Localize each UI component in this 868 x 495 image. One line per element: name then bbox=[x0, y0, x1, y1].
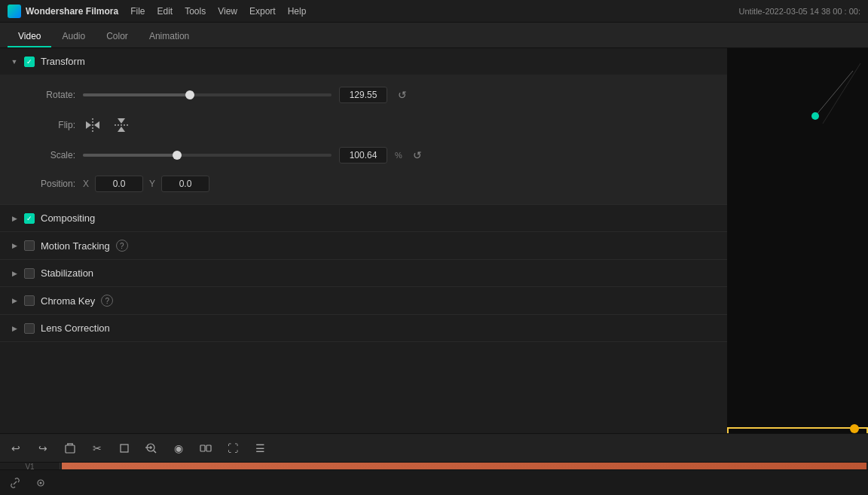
flip-horizontal-icon[interactable] bbox=[83, 115, 102, 135]
scale-slider-fill bbox=[83, 154, 177, 157]
svg-point-21 bbox=[40, 481, 42, 484]
motion-tracking-title: Motion Tracking bbox=[41, 240, 110, 252]
crop-icon[interactable] bbox=[116, 440, 133, 457]
position-label: Position: bbox=[15, 179, 75, 189]
position-row: Position: X 0.0 Y 0.0 bbox=[15, 176, 712, 192]
timeline-section: ↩ ↪ ✂ ◉ ⛶ ☰ 00:00:00:00 00:00:04:09 00:0… bbox=[0, 433, 868, 495]
lens-correction-section: Lens Correction bbox=[0, 315, 727, 342]
scale-label: Scale: bbox=[15, 150, 75, 160]
rotate-slider-thumb[interactable] bbox=[185, 90, 194, 99]
app-logo: Wondershare Filmora bbox=[8, 5, 118, 18]
lens-correction-title: Lens Correction bbox=[41, 322, 110, 334]
tab-audio[interactable]: Audio bbox=[51, 26, 96, 47]
svg-line-6 bbox=[815, 71, 853, 116]
zoom-icon[interactable] bbox=[143, 440, 160, 457]
compositing-header[interactable]: Compositing bbox=[0, 205, 727, 231]
lens-correction-header[interactable]: Lens Correction bbox=[0, 315, 727, 341]
scale-reset-button[interactable]: ↺ bbox=[410, 148, 425, 163]
preview-area: ⏮ ▶ bbox=[727, 48, 868, 495]
compositing-title: Compositing bbox=[41, 212, 95, 224]
tab-bar: Video Audio Color Animation bbox=[0, 23, 868, 48]
motion-tracking-chevron bbox=[11, 242, 18, 249]
mix-icon[interactable]: ☰ bbox=[252, 440, 268, 457]
svg-marker-2 bbox=[94, 121, 99, 129]
rotate-row: Rotate: 129.55 ↺ bbox=[15, 87, 712, 103]
preview-graphic bbox=[808, 48, 868, 139]
svg-line-15 bbox=[154, 451, 156, 453]
transform-checkbox[interactable] bbox=[24, 57, 35, 67]
titlebar: Wondershare Filmora File Edit Tools View… bbox=[0, 0, 868, 23]
y-label: Y bbox=[149, 179, 155, 189]
flip-vertical-icon[interactable] bbox=[112, 115, 131, 135]
transform-title: Transform bbox=[41, 56, 85, 67]
compositing-checkbox[interactable] bbox=[24, 213, 35, 224]
scale-slider[interactable] bbox=[83, 154, 332, 157]
svg-point-8 bbox=[811, 112, 819, 120]
flip-label: Flip: bbox=[15, 120, 75, 130]
motion-tracking-checkbox[interactable] bbox=[24, 240, 35, 251]
delete-icon[interactable] bbox=[62, 440, 78, 457]
scale-value-input[interactable]: 100.64 bbox=[339, 147, 387, 163]
svg-rect-9 bbox=[66, 445, 75, 453]
snap-icon[interactable] bbox=[33, 475, 48, 490]
cut-icon[interactable]: ✂ bbox=[89, 440, 105, 457]
tab-video[interactable]: Video bbox=[8, 26, 51, 47]
tab-animation[interactable]: Animation bbox=[139, 26, 200, 47]
svg-marker-1 bbox=[86, 121, 91, 129]
stabilization-chevron bbox=[11, 270, 18, 277]
link-icon[interactable] bbox=[8, 475, 23, 490]
stabilization-header[interactable]: Stabilization bbox=[0, 260, 727, 286]
menu-edit[interactable]: Edit bbox=[157, 6, 173, 17]
fullscreen-icon[interactable]: ⛶ bbox=[225, 440, 241, 457]
app-name: Wondershare Filmora bbox=[26, 6, 118, 17]
chroma-key-header[interactable]: Chroma Key ? bbox=[0, 287, 727, 314]
motion-tracking-help-icon[interactable]: ? bbox=[116, 240, 128, 252]
svg-rect-19 bbox=[206, 445, 211, 451]
transform-chevron bbox=[11, 58, 18, 66]
redo-icon[interactable]: ↪ bbox=[35, 440, 51, 457]
undo-icon[interactable]: ↩ bbox=[8, 440, 24, 457]
rotate-value-input[interactable]: 129.55 bbox=[339, 87, 387, 103]
chroma-key-help-icon[interactable]: ? bbox=[101, 295, 113, 307]
main-content: Transform Rotate: 129.55 ↺ bbox=[0, 48, 868, 495]
compositing-section: Compositing bbox=[0, 205, 727, 232]
position-x-input[interactable]: 0.0 bbox=[95, 176, 143, 192]
stabilization-section: Stabilization bbox=[0, 260, 727, 287]
properties-panel: Transform Rotate: 129.55 ↺ bbox=[0, 48, 727, 495]
rotate-slider-fill bbox=[83, 93, 190, 96]
rotate-label: Rotate: bbox=[15, 90, 75, 100]
logo-icon bbox=[8, 5, 21, 18]
menu-export[interactable]: Export bbox=[249, 6, 276, 17]
stabilization-checkbox[interactable] bbox=[24, 268, 35, 279]
transform-header[interactable]: Transform bbox=[0, 48, 727, 75]
menu-file[interactable]: File bbox=[130, 6, 145, 17]
effects-icon[interactable]: ◉ bbox=[170, 440, 187, 457]
svg-rect-18 bbox=[200, 445, 205, 451]
preview-panel: ⏮ ▶ bbox=[727, 48, 868, 495]
properties-scroll: Transform Rotate: 129.55 ↺ bbox=[0, 48, 727, 456]
window-title: Untitle-2022-03-05 14 38 00 : 00: bbox=[739, 7, 860, 16]
svg-marker-4 bbox=[118, 118, 125, 124]
tab-color[interactable]: Color bbox=[96, 26, 139, 47]
rotate-reset-button[interactable]: ↺ bbox=[395, 87, 410, 102]
scale-unit: % bbox=[395, 151, 402, 160]
split-icon[interactable] bbox=[197, 440, 214, 457]
transform-section: Transform Rotate: 129.55 ↺ bbox=[0, 48, 727, 205]
svg-marker-5 bbox=[118, 127, 125, 132]
menu-bar: File Edit Tools View Export Help bbox=[130, 6, 306, 17]
lens-correction-checkbox[interactable] bbox=[24, 323, 35, 334]
x-label: X bbox=[83, 179, 89, 189]
position-y-input[interactable]: 0.0 bbox=[161, 176, 209, 192]
menu-tools[interactable]: Tools bbox=[185, 6, 206, 17]
flip-row: Flip: bbox=[15, 115, 712, 135]
scale-row: Scale: 100.64 % ↺ bbox=[15, 147, 712, 163]
scale-slider-thumb[interactable] bbox=[173, 151, 182, 160]
menu-help[interactable]: Help bbox=[288, 6, 307, 17]
chroma-key-checkbox[interactable] bbox=[24, 295, 35, 306]
rotate-slider[interactable] bbox=[83, 93, 332, 96]
chroma-key-chevron bbox=[11, 297, 18, 304]
motion-tracking-header[interactable]: Motion Tracking ? bbox=[0, 232, 727, 259]
timeline-clip[interactable] bbox=[62, 463, 866, 469]
motion-tracking-section: Motion Tracking ? bbox=[0, 232, 727, 260]
menu-view[interactable]: View bbox=[218, 6, 237, 17]
